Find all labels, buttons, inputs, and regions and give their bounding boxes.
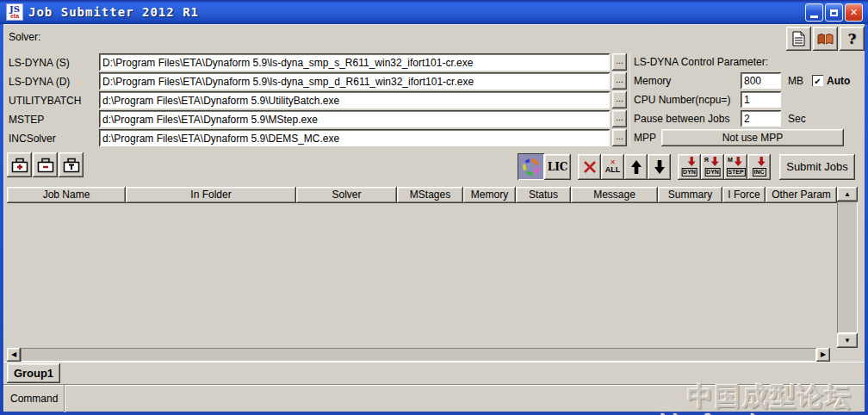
move-down-button[interactable] — [648, 154, 671, 180]
submit-dyn-button[interactable]: DYN — [678, 154, 701, 180]
mstep-prefix: M — [728, 157, 733, 163]
horizontal-scrollbar[interactable]: ◀ ▶ — [7, 348, 830, 362]
maximize-icon — [830, 9, 838, 16]
command-label: Command — [10, 393, 58, 405]
recycle-icon — [522, 158, 541, 177]
column-header-message[interactable]: Message — [571, 187, 658, 203]
notes-button[interactable] — [786, 27, 811, 51]
cancel-all-button[interactable]: ✕ ALL — [601, 154, 624, 180]
close-icon: ✕ — [850, 7, 858, 18]
job-title-button[interactable] — [59, 152, 84, 177]
watermark-line2: bbs.formingcn.com — [660, 412, 852, 415]
group-tab-strip: Group1 — [3, 362, 865, 384]
submit-mstep-button[interactable]: M STEP — [724, 154, 747, 180]
control-parameter-panel: LS-DYNA Control Parameter: Memory MB Aut… — [629, 53, 863, 148]
pause-input[interactable] — [741, 110, 781, 127]
auto-checkbox[interactable] — [812, 75, 823, 86]
column-header-solver[interactable]: Solver — [296, 187, 397, 203]
move-up-button[interactable] — [624, 154, 648, 180]
window-title: Job Submitter 2012 R1 — [28, 5, 199, 19]
solver-row-label: UTILITYBATCH — [9, 95, 81, 107]
column-header-summary[interactable]: Summary — [658, 187, 722, 203]
recycle-button[interactable] — [518, 153, 544, 180]
pause-label: Pause between Jobs — [634, 113, 729, 125]
column-header-i-force[interactable]: I Force — [722, 187, 766, 203]
mpp-button[interactable]: Not use MPP — [661, 129, 844, 146]
license-label: LIC — [548, 161, 568, 173]
auto-checkbox-label: Auto — [827, 75, 850, 87]
job-table-header: Job Name In Folder Solver MStages Memory… — [7, 187, 837, 203]
memory-input[interactable] — [741, 72, 781, 89]
browse-button[interactable]: ... — [612, 91, 627, 108]
arrow-up-icon — [630, 159, 642, 175]
cpu-number-input[interactable] — [741, 91, 781, 108]
solver-row-label: LS-DYNA (S) — [9, 57, 70, 69]
rdyn-label: DYN — [704, 168, 721, 177]
rdyn-prefix: R — [704, 157, 709, 163]
browse-button[interactable]: ... — [612, 110, 627, 127]
cancel-job-button[interactable] — [578, 154, 601, 180]
browse-button[interactable]: ... — [612, 72, 627, 90]
column-header-status[interactable]: Status — [516, 187, 571, 203]
control-panel-title: LS-DYNA Control Parameter: — [634, 56, 768, 68]
red-down-arrow-icon — [756, 157, 766, 166]
mpp-label: MPP — [634, 132, 656, 144]
solver-path-input[interactable] — [99, 91, 610, 108]
column-header-memory[interactable]: Memory — [463, 187, 516, 203]
dyn-label: DYN — [681, 168, 698, 177]
manual-button[interactable] — [813, 27, 838, 51]
submit-inc-button[interactable]: INC — [747, 154, 771, 180]
solver-row-label: MSTEP — [9, 114, 44, 126]
solver-row-label: LS-DYNA (D) — [9, 76, 70, 88]
license-button[interactable]: LIC — [544, 154, 571, 180]
scroll-right-icon[interactable]: ▶ — [816, 348, 830, 362]
book-icon — [817, 33, 834, 46]
horizontal-scroll-track[interactable] — [21, 348, 816, 362]
arrow-down-icon — [654, 159, 666, 175]
submit-jobs-button[interactable]: Submit Jobs — [779, 154, 855, 180]
red-down-arrow-icon — [710, 157, 719, 166]
browse-button[interactable]: ... — [612, 53, 627, 71]
remove-job-icon — [37, 158, 54, 173]
solver-section-label: Solver: — [9, 31, 40, 43]
column-header-other-param[interactable]: Other Param — [766, 187, 837, 203]
status-bar: Command — [3, 384, 865, 412]
maximize-button[interactable] — [825, 3, 843, 22]
tab-group1[interactable]: Group1 — [7, 363, 60, 383]
app-icon: JS eta — [6, 3, 23, 21]
vertical-scrollbar[interactable]: ▲ ▼ — [837, 187, 858, 348]
solver-path-input[interactable] — [99, 72, 610, 90]
solver-row-label: INCSolver — [9, 133, 56, 145]
solver-path-input[interactable] — [99, 129, 610, 146]
cpu-number-label: CPU Number(ncpu=) — [634, 94, 730, 106]
add-job-button[interactable] — [7, 152, 32, 177]
status-separator — [64, 385, 65, 412]
scroll-up-icon[interactable]: ▲ — [837, 187, 858, 201]
column-header-job-name[interactable]: Job Name — [7, 187, 126, 203]
scroll-left-icon[interactable]: ◀ — [7, 348, 21, 362]
browse-button[interactable]: ... — [612, 129, 627, 146]
close-button[interactable]: ✕ — [845, 3, 863, 22]
pause-unit-label: Sec — [788, 113, 806, 125]
remove-job-button[interactable] — [33, 152, 58, 177]
add-job-icon — [11, 158, 28, 173]
titlebar: JS eta Job Submitter 2012 R1 ✕ — [0, 0, 868, 24]
help-button[interactable]: ? — [840, 27, 865, 51]
vertical-scroll-track[interactable] — [837, 201, 858, 333]
job-title-icon — [63, 158, 80, 173]
memory-label: Memory — [634, 75, 671, 87]
solver-path-input[interactable] — [99, 110, 610, 127]
submit-rdyn-button[interactable]: R DYN — [701, 154, 724, 180]
scroll-down-icon[interactable]: ▼ — [837, 333, 858, 348]
mstep-label: STEP — [726, 168, 745, 177]
help-icon: ? — [848, 30, 857, 47]
solver-path-input[interactable] — [99, 53, 610, 71]
minimize-button[interactable] — [805, 3, 823, 22]
cancel-icon — [583, 161, 597, 173]
column-header-in-folder[interactable]: In Folder — [126, 187, 296, 203]
app-window: JS eta Job Submitter 2012 R1 ✕ 中国成型论坛 bb… — [0, 0, 868, 415]
red-down-arrow-icon — [733, 157, 742, 166]
red-down-arrow-icon — [686, 157, 696, 166]
document-icon — [792, 31, 805, 46]
column-header-mstages[interactable]: MStages — [397, 187, 463, 203]
